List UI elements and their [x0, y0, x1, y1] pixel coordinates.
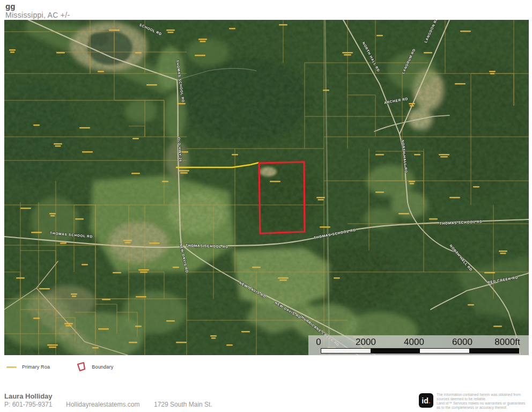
map-scale-bar: 02000400060008000ft — [308, 335, 529, 355]
primary-road-legend-label: Primary Roa — [22, 364, 50, 370]
scale-tick: 8000ft — [494, 337, 520, 348]
agent-name: Laura Holliday — [4, 392, 53, 400]
footer: Laura Holliday P: 601-795-9371 Hollidayr… — [0, 389, 532, 412]
map-legend: Primary Roa Boundary — [6, 361, 113, 373]
scale-segment — [371, 349, 420, 353]
agent-website[interactable]: Hollidayrealestatems.com — [66, 401, 139, 408]
page-title: gg — [5, 2, 70, 11]
map-canvas[interactable]: SCHOOL RDTHOMAS SCHOOL RDOLD HWY 26THOMA… — [4, 20, 529, 355]
page: { "header": { "title": "gg", "subtitle":… — [0, 0, 532, 412]
satellite-map: SCHOOL RDTHOMAS SCHOOL RDOLD HWY 26THOMA… — [4, 20, 529, 355]
agent-address: 1729 South Main St. — [154, 401, 212, 408]
scale-tick: 0 — [316, 337, 321, 348]
primary-road-legend-icon — [6, 366, 17, 368]
scale-bar-segments — [321, 348, 519, 354]
disclaimer-text: The information contained herein was obt… — [437, 393, 531, 410]
scale-segment — [321, 349, 371, 353]
scale-tick: 6000 — [452, 337, 472, 348]
scale-segment — [420, 349, 469, 353]
boundary-legend-icon — [76, 362, 86, 372]
agent-phone: P: 601-795-9371 — [4, 401, 52, 408]
page-subtitle: Mississippi, AC +/- — [5, 11, 70, 20]
header: gg Mississippi, AC +/- — [5, 2, 70, 20]
scale-segment — [469, 349, 519, 353]
forest-texture-light — [4, 20, 529, 355]
scale-tick: 4000 — [404, 337, 424, 348]
scale-tick: 2000 — [356, 337, 376, 348]
land-id-logo: id. — [419, 393, 433, 408]
boundary-legend-label: Boundary — [92, 364, 113, 370]
